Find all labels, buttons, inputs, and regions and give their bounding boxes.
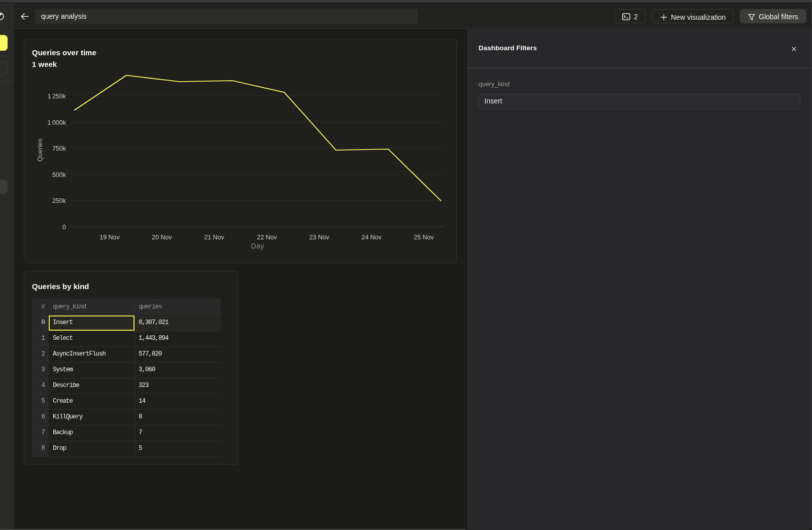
svg-text:19 Nov: 19 Nov xyxy=(99,234,120,241)
svg-text:23 Nov: 23 Nov xyxy=(309,234,329,241)
svg-text:750k: 750k xyxy=(52,145,66,152)
svg-text:22 Nov: 22 Nov xyxy=(257,234,277,241)
svg-text:0: 0 xyxy=(62,224,66,231)
svg-text:21 Nov: 21 Nov xyxy=(204,234,224,241)
svg-text:Queries: Queries xyxy=(36,138,44,162)
svg-text:1 000k: 1 000k xyxy=(47,119,66,126)
svg-text:250k: 250k xyxy=(52,197,66,204)
svg-text:1 250k: 1 250k xyxy=(47,93,66,100)
svg-text:500k: 500k xyxy=(52,171,66,179)
svg-text:24 Nov: 24 Nov xyxy=(361,234,382,241)
svg-text:Day: Day xyxy=(251,242,265,250)
svg-text:25 Nov: 25 Nov xyxy=(414,234,434,241)
svg-text:20 Nov: 20 Nov xyxy=(152,234,172,241)
